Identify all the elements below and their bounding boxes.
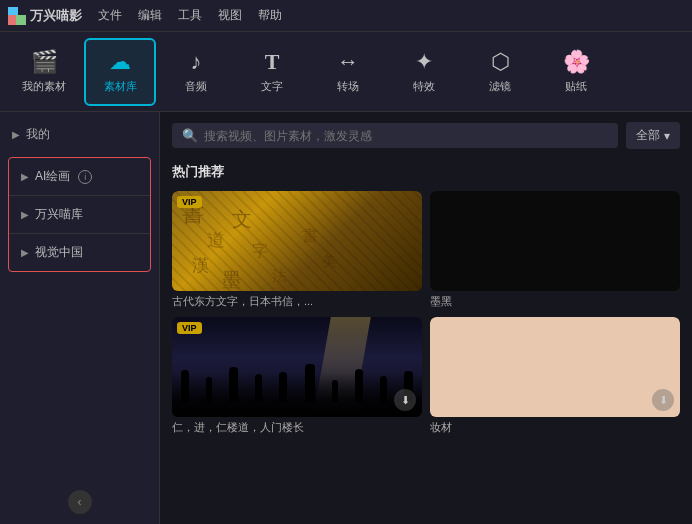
filter-icon: ⬡ xyxy=(491,49,510,75)
svg-text:道: 道 xyxy=(207,230,225,250)
sil-2 xyxy=(206,377,212,402)
sil-3 xyxy=(229,367,238,402)
chevron-wanxing-icon: ▶ xyxy=(21,209,29,220)
thumb-ancient-bg: 書 道 文 字 漢 法 墨 書 美 xyxy=(172,191,422,291)
silhouettes xyxy=(172,364,422,402)
content-scroll: 热门推荐 書 道 文 字 漢 法 xyxy=(160,155,692,524)
sil-7 xyxy=(332,380,338,402)
svg-marker-1 xyxy=(16,15,26,25)
toolbar-effects[interactable]: ✦ 特效 xyxy=(388,38,460,106)
caption-peach: 妆材 xyxy=(430,420,680,435)
collapse-icon: ‹ xyxy=(68,490,92,514)
thumb-crowd: VIP ⬇ xyxy=(172,317,422,417)
toolbar-transition[interactable]: ↔ 转场 xyxy=(312,38,384,106)
menu-file[interactable]: 文件 xyxy=(98,7,122,24)
text-label: 文字 xyxy=(261,79,283,94)
sticker-icon: 🌸 xyxy=(563,49,590,75)
thumb-crowd-bg xyxy=(172,317,422,417)
thumb-peach: ⬇ xyxy=(430,317,680,417)
sil-1 xyxy=(181,370,189,402)
media-grid: 書 道 文 字 漢 法 墨 書 美 VIP xyxy=(172,191,680,435)
media-card-crowd[interactable]: VIP ⬇ 仁，进，仁楼道，人门楼长 xyxy=(172,317,422,435)
download-icon-3[interactable]: ⬇ xyxy=(394,389,416,411)
caption-crowd: 仁，进，仁楼道，人门楼长 xyxy=(172,420,422,435)
effects-icon: ✦ xyxy=(415,49,433,75)
media-lib-icon: ☁ xyxy=(109,49,131,75)
svg-text:美: 美 xyxy=(322,254,336,269)
media-card-peach[interactable]: ⬇ 妆材 xyxy=(430,317,680,435)
effects-label: 特效 xyxy=(413,79,435,94)
media-card-black[interactable]: 墨黑 xyxy=(430,191,680,309)
text-icon: T xyxy=(265,49,280,75)
svg-marker-2 xyxy=(8,15,16,25)
search-filter-btn[interactable]: 全部 ▾ xyxy=(626,122,680,149)
sidebar-my-label: 我的 xyxy=(26,126,50,143)
sidebar-group: ▶ AI绘画 i ▶ 万兴喵库 ▶ 视觉中国 xyxy=(8,157,151,272)
sidebar-wanxing-lib[interactable]: ▶ 万兴喵库 xyxy=(9,196,150,234)
toolbar-audio[interactable]: ♪ 音频 xyxy=(160,38,232,106)
search-input[interactable] xyxy=(204,129,608,143)
thumb-ancient: 書 道 文 字 漢 法 墨 書 美 VIP xyxy=(172,191,422,291)
app-logo: 万兴喵影 xyxy=(8,7,82,25)
toolbar-filter[interactable]: ⬡ 滤镜 xyxy=(464,38,536,106)
thumb-black xyxy=(430,191,680,291)
sidebar-visual-label: 视觉中国 xyxy=(35,244,83,261)
content-area: 🔍 全部 ▾ 热门推荐 書 道 xyxy=(160,112,692,524)
filter-label: 滤镜 xyxy=(489,79,511,94)
svg-text:墨: 墨 xyxy=(222,269,241,290)
my-media-label: 我的素材 xyxy=(22,79,66,94)
sil-9 xyxy=(380,376,387,402)
vip-badge-3: VIP xyxy=(177,322,202,334)
menu-edit[interactable]: 编辑 xyxy=(138,7,162,24)
sil-6 xyxy=(305,364,315,402)
download-icon-4[interactable]: ⬇ xyxy=(652,389,674,411)
audio-label: 音频 xyxy=(185,79,207,94)
caption-black: 墨黑 xyxy=(430,294,680,309)
sil-4 xyxy=(255,374,262,402)
sidebar-wanxing-label: 万兴喵库 xyxy=(35,206,83,223)
svg-text:文: 文 xyxy=(232,208,252,230)
info-icon[interactable]: i xyxy=(78,170,92,184)
media-lib-label: 素材库 xyxy=(104,79,137,94)
filter-chevron-icon: ▾ xyxy=(664,129,670,143)
svg-text:漢: 漢 xyxy=(192,256,209,275)
menu-view[interactable]: 视图 xyxy=(218,7,242,24)
menu-items-group: 文件 编辑 工具 视图 帮助 xyxy=(98,7,282,24)
search-input-wrap[interactable]: 🔍 xyxy=(172,123,618,148)
toolbar-text[interactable]: T 文字 xyxy=(236,38,308,106)
toolbar-my-media[interactable]: 🎬 我的素材 xyxy=(8,38,80,106)
thumb-peach-bg xyxy=(430,317,680,417)
menu-tools[interactable]: 工具 xyxy=(178,7,202,24)
logo-icon xyxy=(8,7,26,25)
sticker-label: 贴纸 xyxy=(565,79,587,94)
sidebar-ai-draw-label: AI绘画 xyxy=(35,168,70,185)
ancient-text-overlay: 書 道 文 字 漢 法 墨 書 美 xyxy=(172,191,422,291)
section-title: 热门推荐 xyxy=(172,163,680,181)
sidebar-my-section[interactable]: ▶ 我的 xyxy=(0,120,159,149)
main-area: ▶ 我的 ▶ AI绘画 i ▶ 万兴喵库 ▶ 视觉中国 ‹ xyxy=(0,112,692,524)
sidebar-visual-china[interactable]: ▶ 视觉中国 xyxy=(9,234,150,271)
toolbar-sticker[interactable]: 🌸 贴纸 xyxy=(540,38,612,106)
chevron-my-icon: ▶ xyxy=(12,129,20,140)
sil-8 xyxy=(355,369,363,402)
svg-text:法: 法 xyxy=(272,268,287,284)
search-bar: 🔍 全部 ▾ xyxy=(160,112,692,155)
caption-ancient: 古代东方文字，日本书信，... xyxy=(172,294,422,309)
transition-icon: ↔ xyxy=(337,49,359,75)
search-icon: 🔍 xyxy=(182,128,198,143)
toolbar-media-lib[interactable]: ☁ 素材库 xyxy=(84,38,156,106)
sidebar-ai-draw[interactable]: ▶ AI绘画 i xyxy=(9,158,150,196)
sil-5 xyxy=(279,372,287,402)
menu-help[interactable]: 帮助 xyxy=(258,7,282,24)
chevron-ai-icon: ▶ xyxy=(21,171,29,182)
sidebar-collapse-btn[interactable]: ‹ xyxy=(68,490,92,514)
toolbar: 🎬 我的素材 ☁ 素材库 ♪ 音频 T 文字 ↔ 转场 ✦ 特效 ⬡ 滤镜 🌸 … xyxy=(0,32,692,112)
transition-label: 转场 xyxy=(337,79,359,94)
sidebar: ▶ 我的 ▶ AI绘画 i ▶ 万兴喵库 ▶ 视觉中国 ‹ xyxy=(0,112,160,524)
filter-label-text: 全部 xyxy=(636,127,660,144)
menu-bar: 万兴喵影 文件 编辑 工具 视图 帮助 xyxy=(0,0,692,32)
svg-text:書: 書 xyxy=(302,227,318,244)
audio-icon: ♪ xyxy=(191,49,202,75)
app-title: 万兴喵影 xyxy=(30,7,82,25)
media-card-ancient[interactable]: 書 道 文 字 漢 法 墨 書 美 VIP xyxy=(172,191,422,309)
